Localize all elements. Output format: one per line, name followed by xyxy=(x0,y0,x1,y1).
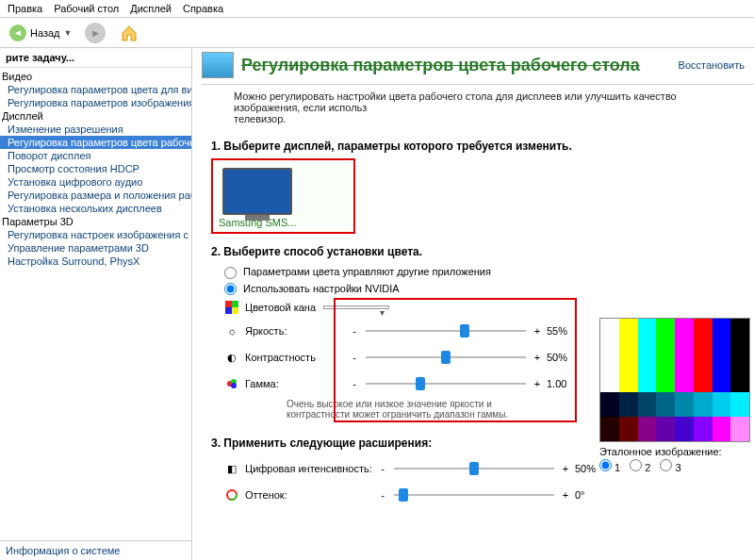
colorbars-icon xyxy=(599,318,750,442)
tree-item-selected[interactable]: Регулировка параметров цвета рабочег xyxy=(0,136,191,149)
task-header: рите задачу... xyxy=(0,48,191,68)
tree-item[interactable]: Просмотр состояния HDCP xyxy=(0,162,191,175)
brightness-value: 55% xyxy=(543,325,575,337)
svg-point-6 xyxy=(231,383,237,388)
gamma-slider[interactable] xyxy=(366,383,526,385)
reference-label: Эталонное изображение: xyxy=(599,442,754,459)
back-arrow-icon: ◄ xyxy=(9,25,26,41)
channel-icon xyxy=(224,301,239,314)
svg-rect-1 xyxy=(232,301,238,307)
tree-item[interactable]: Настройка Surround, PhysX xyxy=(0,255,191,268)
radio-nvidia[interactable]: Использовать настройки NVIDIA xyxy=(211,281,739,298)
page-header-icon xyxy=(202,52,234,78)
gamma-hint: Очень высокое или низкое значение яркост… xyxy=(211,397,532,425)
display-selector[interactable]: Samsung SMS... xyxy=(211,158,355,234)
sidebar: рите задачу... Видео Регулировка парамет… xyxy=(0,48,192,560)
vibrance-slider[interactable] xyxy=(394,468,554,469)
tree-item[interactable]: Регулировка параметров цвета для вид xyxy=(0,83,191,96)
tree-item[interactable]: Регулировка настроек изображения с пр xyxy=(0,228,191,241)
contrast-slider[interactable] xyxy=(366,356,526,358)
reference-preview: Эталонное изображение: 1 2 3 xyxy=(599,318,754,473)
menu-desktop[interactable]: Рабочий стол xyxy=(54,3,119,14)
back-label: Назад xyxy=(30,27,60,39)
page-description: Можно регулировать настройки цвета рабоч… xyxy=(192,91,754,134)
forward-button[interactable]: ► xyxy=(81,21,109,45)
gamma-value: 1.00 xyxy=(543,378,575,389)
ref-opt-1[interactable]: 1 xyxy=(599,459,620,473)
svg-rect-2 xyxy=(225,307,232,314)
restore-link[interactable]: Восстановить xyxy=(679,59,745,71)
menu-edit[interactable]: Правка xyxy=(8,3,42,14)
tree-group-display[interactable]: Дисплей xyxy=(0,109,191,123)
back-dropdown-icon: ▼ xyxy=(64,28,73,38)
ref-opt-2[interactable]: 2 xyxy=(630,459,650,473)
tree-item[interactable]: Установка нескольких дисплеев xyxy=(0,202,191,215)
home-button[interactable] xyxy=(115,21,143,45)
svg-rect-3 xyxy=(232,307,238,314)
content-pane: Регулировка параметров цвета рабочего ст… xyxy=(192,48,754,560)
menu-bar: Правка Рабочий стол Дисплей Справка xyxy=(0,0,754,18)
tree-item[interactable]: Регулировка размера и положения рабо xyxy=(0,189,191,202)
contrast-value: 50% xyxy=(543,352,575,363)
tree-item[interactable]: Установка цифрового аудио xyxy=(0,175,191,189)
tree-item[interactable]: Поворот дисплея xyxy=(0,149,191,162)
tree-item[interactable]: Регулировка параметров изображения д xyxy=(0,96,191,109)
back-button[interactable]: ◄ Назад ▼ xyxy=(6,23,75,43)
gamma-icon xyxy=(224,378,239,389)
brightness-slider[interactable] xyxy=(366,330,526,332)
channel-combo[interactable] xyxy=(323,305,389,309)
toolbar: ◄ Назад ▼ ► xyxy=(0,18,754,48)
svg-rect-0 xyxy=(225,301,232,307)
tree-item[interactable]: Управление параметрами 3D xyxy=(0,241,191,255)
channel-label: Цветовой кана xyxy=(245,302,316,313)
contrast-icon: ◐ xyxy=(224,352,239,364)
radio-other-apps[interactable]: Параметрами цвета управляют другие прило… xyxy=(211,264,739,281)
hue-icon xyxy=(224,489,239,501)
ref-opt-3[interactable]: 3 xyxy=(660,459,680,473)
vibrance-value: 50% xyxy=(571,463,603,474)
monitor-icon xyxy=(222,168,292,215)
menu-help[interactable]: Справка xyxy=(183,3,223,14)
forward-arrow-icon: ► xyxy=(85,23,106,43)
page-title: Регулировка параметров цвета рабочего ст… xyxy=(241,56,671,75)
home-icon xyxy=(119,23,139,43)
section2-title: 2. Выберите способ установки цвета. xyxy=(211,245,739,258)
vibrance-icon: ◧ xyxy=(224,463,239,475)
hue-row: Оттенок: - + 0° xyxy=(211,482,739,508)
tree-group-video[interactable]: Видео xyxy=(0,70,191,83)
section1-title: 1. Выберите дисплей, параметры которого … xyxy=(211,140,739,153)
nav-tree: Видео Регулировка параметров цвета для в… xyxy=(0,68,191,536)
hue-value: 0° xyxy=(571,489,603,501)
brightness-icon: ☼ xyxy=(224,325,239,337)
menu-display[interactable]: Дисплей xyxy=(130,3,172,14)
tree-item[interactable]: Изменение разрешения xyxy=(0,123,191,136)
hue-slider[interactable] xyxy=(394,494,554,496)
tree-group-3d[interactable]: Параметры 3D xyxy=(0,215,191,228)
system-info-link[interactable]: Информация о системе xyxy=(0,541,191,560)
